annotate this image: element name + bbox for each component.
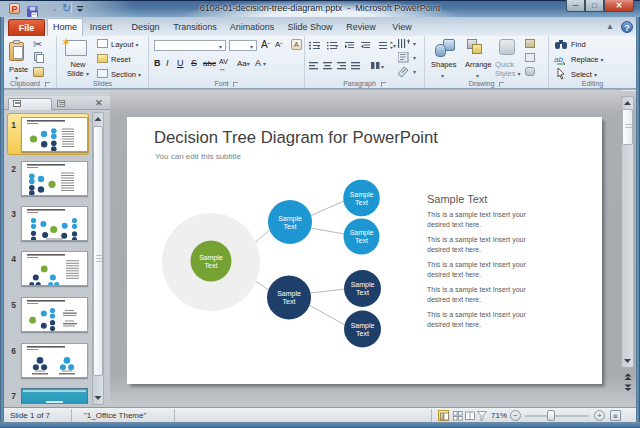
svg-text:Text: Text [355,237,368,244]
svg-text:Text: Text [284,223,297,230]
svg-text:Sample: Sample [199,254,223,262]
svg-text:Text: Text [283,298,296,305]
svg-text:Sample: Sample [350,229,374,237]
svg-text:Sample: Sample [278,215,302,223]
svg-text:Text: Text [356,289,369,296]
svg-text:Text: Text [205,262,218,269]
svg-text:Sample: Sample [351,322,375,330]
svg-text:Sample: Sample [351,281,375,289]
svg-text:Text: Text [356,330,369,337]
svg-text:Sample: Sample [277,290,301,298]
svg-text:Sample: Sample [350,191,374,199]
svg-text:Text: Text [355,199,368,206]
svg-text:ab: ab [554,55,563,64]
